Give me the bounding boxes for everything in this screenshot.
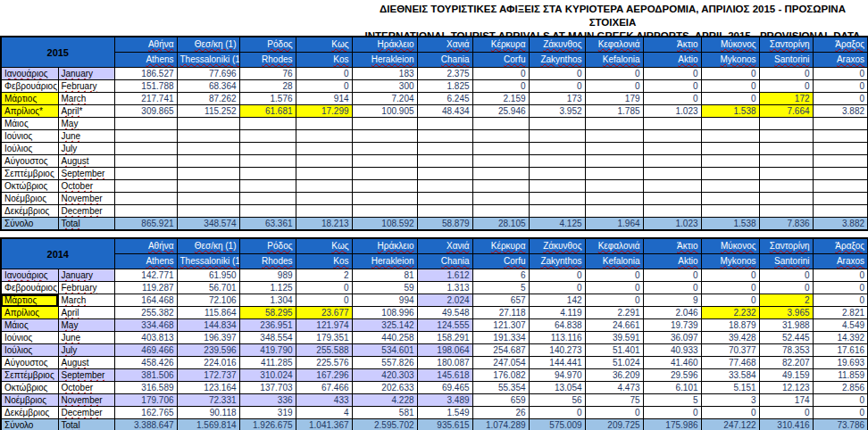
column-header-english[interactable]: Rhodes: [239, 254, 296, 269]
value-cell[interactable]: 59: [352, 282, 417, 294]
value-cell[interactable]: 255.588: [296, 344, 352, 357]
column-header-english[interactable]: Aktio: [643, 254, 701, 269]
value-cell[interactable]: 300: [352, 80, 417, 93]
value-cell[interactable]: 172: [759, 93, 813, 105]
value-cell[interactable]: 115.252: [177, 105, 239, 118]
month-cell-english[interactable]: July: [58, 143, 114, 155]
month-cell-english[interactable]: November: [58, 193, 114, 205]
value-cell[interactable]: 1.569.814: [177, 419, 239, 430]
value-cell[interactable]: 657: [472, 294, 529, 307]
value-cell[interactable]: [643, 193, 701, 205]
column-header-english[interactable]: Kos: [296, 53, 352, 68]
value-cell[interactable]: 191.334: [472, 332, 529, 344]
value-cell[interactable]: [585, 155, 643, 168]
value-cell[interactable]: 581: [352, 407, 417, 419]
month-cell-greek[interactable]: Σεπτέμβριος: [1, 369, 58, 382]
value-cell[interactable]: 348.574: [177, 218, 239, 231]
column-header-greek[interactable]: Ηράκλειο: [352, 238, 417, 254]
month-cell-greek[interactable]: Σύνολο: [1, 419, 58, 430]
value-cell[interactable]: 145.618: [417, 369, 472, 382]
value-cell[interactable]: 0: [701, 80, 759, 93]
value-cell[interactable]: 123.164: [177, 382, 239, 394]
month-cell-english[interactable]: June: [58, 130, 114, 143]
column-header-english[interactable]: Corfu: [472, 53, 529, 68]
value-cell[interactable]: [239, 118, 296, 130]
value-cell[interactable]: 914: [296, 93, 352, 105]
value-cell[interactable]: 61.681: [239, 105, 296, 118]
value-cell[interactable]: 121.974: [296, 319, 352, 332]
column-header-english[interactable]: Araxos: [813, 254, 868, 269]
value-cell[interactable]: 56.701: [177, 282, 239, 294]
value-cell[interactable]: 0: [813, 269, 868, 282]
value-cell[interactable]: [417, 193, 472, 205]
column-header-english[interactable]: Thessaloniki (1): [177, 53, 239, 68]
month-cell-greek[interactable]: Νοέμβριος: [1, 394, 58, 407]
month-cell-english[interactable]: August: [58, 155, 114, 168]
month-cell-greek[interactable]: Μάιος: [1, 319, 58, 332]
value-cell[interactable]: 2.375: [417, 68, 472, 80]
value-cell[interactable]: [585, 205, 643, 218]
value-cell[interactable]: 94.970: [529, 369, 585, 382]
month-cell-greek[interactable]: Φεβρουάριος: [1, 282, 58, 294]
value-cell[interactable]: [529, 130, 585, 143]
value-cell[interactable]: 225.576: [296, 357, 352, 369]
value-cell[interactable]: 0: [643, 282, 701, 294]
value-cell[interactable]: [177, 168, 239, 180]
value-cell[interactable]: 4: [296, 407, 352, 419]
column-header-english[interactable]: Kos: [296, 254, 352, 269]
value-cell[interactable]: [759, 205, 813, 218]
column-header-greek[interactable]: Ρόδος: [239, 37, 296, 53]
value-cell[interactable]: 0: [643, 93, 701, 105]
value-cell[interactable]: 2: [759, 294, 813, 307]
value-cell[interactable]: 3.965: [759, 307, 813, 319]
value-cell[interactable]: [529, 143, 585, 155]
value-cell[interactable]: 217.741: [114, 93, 177, 105]
value-cell[interactable]: 28.105: [472, 218, 529, 231]
value-cell[interactable]: 0: [529, 407, 585, 419]
value-cell[interactable]: 4.125: [529, 218, 585, 231]
month-cell-english[interactable]: August: [58, 357, 114, 369]
value-cell[interactable]: [239, 168, 296, 180]
column-header-greek[interactable]: Κεφαλονιά: [585, 238, 643, 254]
value-cell[interactable]: 4.473: [585, 382, 643, 394]
value-cell[interactable]: 151.788: [114, 80, 177, 93]
value-cell[interactable]: 180.087: [417, 357, 472, 369]
value-cell[interactable]: 33.584: [701, 369, 759, 382]
column-header-greek[interactable]: Μύκονος: [701, 37, 759, 53]
value-cell[interactable]: [417, 130, 472, 143]
value-cell[interactable]: [352, 193, 417, 205]
value-cell[interactable]: 0: [643, 407, 701, 419]
value-cell[interactable]: 419.790: [239, 344, 296, 357]
value-cell[interactable]: 254.687: [472, 344, 529, 357]
value-cell[interactable]: 144.834: [177, 319, 239, 332]
value-cell[interactable]: 0: [813, 394, 868, 407]
value-cell[interactable]: 175.986: [643, 419, 701, 430]
value-cell[interactable]: 100.905: [352, 105, 417, 118]
month-cell-english[interactable]: January: [58, 68, 114, 80]
value-cell[interactable]: [352, 168, 417, 180]
value-cell[interactable]: [352, 118, 417, 130]
value-cell[interactable]: [585, 168, 643, 180]
value-cell[interactable]: 2.595.702: [352, 419, 417, 430]
value-cell[interactable]: 1.926.675: [239, 419, 296, 430]
value-cell[interactable]: 0: [701, 294, 759, 307]
value-cell[interactable]: [701, 193, 759, 205]
value-cell[interactable]: 0: [813, 93, 868, 105]
month-cell-english[interactable]: July: [58, 344, 114, 357]
value-cell[interactable]: 49.548: [417, 307, 472, 319]
value-cell[interactable]: 0: [529, 269, 585, 282]
value-cell[interactable]: 1.125: [239, 282, 296, 294]
value-cell[interactable]: 0: [529, 68, 585, 80]
value-cell[interactable]: [759, 180, 813, 193]
month-cell-greek[interactable]: Νοέμβριος: [1, 193, 58, 205]
value-cell[interactable]: [813, 130, 868, 143]
value-cell[interactable]: 61.950: [177, 269, 239, 282]
value-cell[interactable]: [529, 180, 585, 193]
value-cell[interactable]: [643, 118, 701, 130]
value-cell[interactable]: 121.307: [472, 319, 529, 332]
value-cell[interactable]: 142.771: [114, 269, 177, 282]
value-cell[interactable]: 2.821: [813, 307, 868, 319]
value-cell[interactable]: 3.489: [417, 394, 472, 407]
value-cell[interactable]: 7.836: [759, 218, 813, 231]
value-cell[interactable]: [177, 143, 239, 155]
